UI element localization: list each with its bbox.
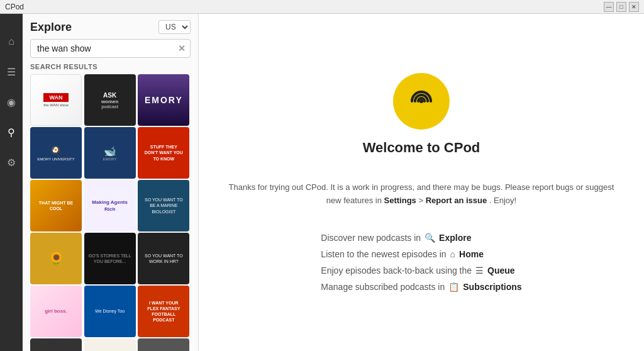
titlebar: CPod — □ ✕ xyxy=(0,0,644,14)
subscriptions-icon[interactable]: ☰ xyxy=(3,63,20,81)
info-enjoy: . Enjoy! xyxy=(489,196,516,205)
feature-explore: Discover new podcasts in 🔍 Explore xyxy=(321,233,471,243)
result-skull[interactable]: GO'S STORIES TELL YOU BEFORE... xyxy=(84,233,136,284)
feature-explore-prefix: Discover new podcasts in xyxy=(321,233,421,243)
subscriptions-feature-icon: 📋 xyxy=(448,282,459,292)
explore-header: Explore US xyxy=(23,14,198,39)
welcome-text: Welcome to CPod xyxy=(363,140,480,156)
home-feature-icon: ⌂ xyxy=(450,249,455,259)
feature-subscriptions: Manage subscribed podcasts in 📋 Subscrip… xyxy=(321,282,521,292)
info-paragraph: Thanks for trying out CPod. It is a work… xyxy=(226,181,616,208)
close-button[interactable]: ✕ xyxy=(629,2,639,12)
result-sunflower[interactable]: 🌻 xyxy=(30,233,82,284)
report-link[interactable]: Report an issue xyxy=(426,196,487,205)
info-arrow: > xyxy=(418,196,425,205)
home-label: Home xyxy=(459,249,484,259)
settings-icon[interactable]: ⚙ xyxy=(3,153,20,171)
result-ask-women[interactable]: ASK women podcast xyxy=(84,74,136,126)
sidebar: ⌂ ☰ ◉ ⚲ ⚙ xyxy=(0,14,23,351)
search-input[interactable] xyxy=(30,39,191,58)
result-hash[interactable]: # xyxy=(30,338,82,351)
explore-icon: 🔍 xyxy=(425,233,435,243)
queue-icon: ☰ xyxy=(475,265,484,276)
minimize-button[interactable]: — xyxy=(604,2,614,12)
cpod-logo xyxy=(393,73,450,130)
result-marine[interactable]: SO YOU WANT TO BE A MARINE BIOLOGIST xyxy=(138,180,189,231)
titlebar-title: CPod xyxy=(5,3,24,11)
feature-subs-prefix: Manage subscribed podcasts in xyxy=(321,282,445,292)
result-hr[interactable]: SO YOU WANT TO WORK IN HR? xyxy=(138,233,189,284)
explore-title: Explore xyxy=(30,21,72,34)
svg-point-0 xyxy=(419,99,423,103)
welcome-brand: CPod xyxy=(444,140,480,155)
result-girl-boss[interactable]: girl boss. xyxy=(30,286,82,337)
cpod-logo-svg xyxy=(402,82,440,120)
titlebar-controls: — □ ✕ xyxy=(604,2,639,12)
result-stuff[interactable]: STUFF THEY DON'T WANT YOU TO KNOW xyxy=(138,127,189,179)
explore-panel: Explore US ✕ Search Results WAN the WAN … xyxy=(23,14,199,351)
explore-label: Explore xyxy=(439,233,471,243)
result-emory-1[interactable]: EMORY xyxy=(138,74,189,126)
feature-home: Listen to the newest episodes in ⌂ Home xyxy=(321,249,484,259)
feed-icon[interactable]: ◉ xyxy=(3,93,20,111)
results-grid: WAN the WAN show ASK women podcast EMORY… xyxy=(23,74,198,351)
home-icon[interactable]: ⌂ xyxy=(3,33,20,50)
result-last[interactable]: 👤 xyxy=(138,338,189,351)
feature-home-prefix: Listen to the newest episodes in xyxy=(321,249,446,259)
result-might-cool[interactable]: THAT MIGHT BE COOL xyxy=(30,180,82,231)
result-wan-show[interactable]: WAN the WAN show xyxy=(30,74,82,126)
feature-queue-prefix: Enjoy episodes back-to-back using the xyxy=(321,265,472,276)
feature-queue: Enjoy episodes back-to-back using the ☰ … xyxy=(321,265,514,276)
search-results-label: Search Results xyxy=(23,63,198,74)
country-select[interactable]: US xyxy=(158,20,191,34)
main-content: Welcome to CPod Thanks for trying out CP… xyxy=(199,14,644,351)
result-flex[interactable]: I WANT YOUR FLEX FANTASY FOOTBALL PODCAS… xyxy=(138,286,189,337)
subscriptions-label: Subscriptions xyxy=(463,282,521,292)
settings-link[interactable]: Settings xyxy=(384,196,416,205)
queue-label: Queue xyxy=(487,265,515,276)
feature-list: Discover new podcasts in 🔍 Explore Liste… xyxy=(321,233,521,292)
result-disney[interactable]: We Disney Too xyxy=(84,286,136,337)
search-bar: ✕ xyxy=(30,39,191,58)
welcome-prefix: Welcome to xyxy=(363,140,444,155)
maximize-button[interactable]: □ xyxy=(616,2,626,12)
search-clear-button[interactable]: ✕ xyxy=(178,43,186,53)
result-doyou[interactable]: DO YOU xyxy=(84,338,136,351)
result-emory-uni[interactable]: 🍳 EMORY UNIVERSITY xyxy=(30,127,82,179)
result-agents[interactable]: Making Agents Rich xyxy=(84,180,136,231)
search-icon[interactable]: ⚲ xyxy=(3,123,20,141)
result-emory-2[interactable]: 🐋 EMORY xyxy=(84,127,136,179)
